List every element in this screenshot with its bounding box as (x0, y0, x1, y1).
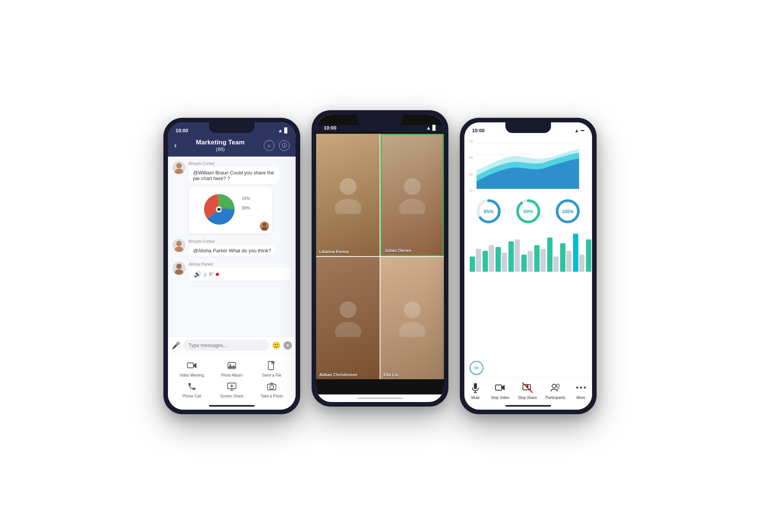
msg-sender-2: Khushi Cortez (188, 239, 291, 244)
svg-point-11 (175, 247, 183, 252)
video-meeting-icon (186, 359, 198, 372)
svg-marker-15 (194, 363, 196, 368)
status-icons-3: ▲ (574, 128, 584, 133)
y-label-70: 70 (469, 139, 473, 143)
svg-point-9 (261, 227, 268, 231)
wifi-icon: ▲ (278, 128, 283, 133)
chart-y-labels: 70 50 30 10 (469, 139, 473, 193)
bar-gray-3 (502, 253, 507, 272)
bar-green-4 (508, 241, 514, 272)
area-chart: 70 50 30 10 (469, 139, 587, 193)
battery-icon-2: ▊ (432, 125, 436, 131)
phone-video: 10:00 ▲ ▊ Liliann (312, 110, 448, 407)
svg-text:89%: 89% (523, 209, 533, 214)
svg-point-59 (584, 387, 586, 389)
search-button[interactable]: ⌕ (264, 140, 274, 151)
video-tile-3: Abbas Christensen (316, 257, 380, 379)
home-indicator (168, 402, 296, 410)
edit-fab[interactable]: ✏ (470, 361, 483, 375)
bar-gray-6 (540, 249, 546, 272)
toolbar-photo-album[interactable]: Photo Album (217, 359, 247, 377)
video-bg-2 (382, 135, 443, 255)
toolbar-take-photo[interactable]: Take a Photo (256, 380, 287, 398)
toolbar-send-file[interactable]: Send a File (256, 359, 287, 377)
status-time-3: 10:00 (472, 128, 484, 133)
battery-icon: ▊ (284, 128, 288, 133)
svg-rect-50 (496, 385, 502, 390)
chat-toolbar: Video Meeting Photo Album Send a File (168, 354, 296, 402)
chat-title: Marketing Team (88) (177, 139, 264, 152)
status-time-2: 10:00 (324, 125, 336, 131)
msg-content-1: Khushi Cortez @William Braun Could you s… (188, 161, 291, 234)
mute-icon (469, 381, 482, 394)
message-input[interactable] (183, 340, 269, 351)
participants-button[interactable]: Participants (546, 381, 565, 400)
bar-gray-7 (553, 256, 559, 272)
svg-point-10 (176, 241, 182, 246)
more-button[interactable]: More (574, 381, 588, 400)
person-silhouette-3 (333, 299, 363, 337)
stop-share-label: Stop Share (518, 396, 537, 400)
recording-dot (216, 273, 219, 276)
close-icon[interactable]: × (283, 341, 292, 350)
msg-sender-1: Khushi Cortez (188, 161, 291, 166)
svg-point-12 (176, 264, 182, 269)
bar-green-1 (470, 256, 475, 272)
toolbar-phone-call[interactable]: Phone Call (177, 380, 207, 398)
video-tile-4: Ella Liu (380, 257, 444, 379)
bar-gray-8 (566, 251, 572, 272)
person-silhouette-1 (333, 176, 363, 214)
chat-name: Marketing Team (177, 139, 264, 146)
video-bg-4 (380, 257, 444, 379)
photo-album-label: Photo Album (221, 373, 243, 377)
phone-analytics: 10:00 ▲ 70 50 30 10 (460, 118, 597, 414)
bar-teal-9 (573, 234, 578, 272)
info-button[interactable]: ⓘ (279, 140, 290, 151)
phone-call-icon (186, 380, 198, 393)
msg-bubble-1: @William Braun Could you share the pie c… (188, 167, 280, 184)
stop-video-icon (493, 381, 507, 394)
mute-button[interactable]: Mute (469, 381, 482, 400)
msg-content-3: Alisha Parker 🔊 )) 8" (188, 262, 291, 281)
stop-video-button[interactable]: Stop Video (491, 381, 510, 400)
stop-video-label: Stop Video (491, 396, 510, 400)
toolbar-row-1: Video Meeting Photo Album Send a File (168, 358, 296, 379)
toolbar-row-2: Phone Call Screen Share Take a Photo (168, 379, 296, 400)
video-name-2: Julian Obrien (385, 248, 411, 253)
svg-text:55%: 55% (221, 207, 230, 212)
stop-share-button[interactable]: Stop Share (518, 381, 537, 400)
video-name-3: Abbas Christensen (319, 372, 357, 377)
analytics-body: 70 50 30 10 (464, 135, 592, 377)
svg-point-31 (340, 301, 356, 318)
donut-row: 65% 89% 1 (469, 198, 587, 225)
bar-group-4 (508, 239, 520, 272)
video-bottom (316, 379, 444, 394)
donut-svg-3: 100% (554, 198, 581, 225)
svg-point-30 (399, 199, 426, 214)
mic-icon[interactable]: 🎤 (172, 341, 180, 350)
more-icon (574, 381, 588, 394)
audio-icon: 🔊 (194, 271, 201, 278)
wifi-icon-3: ▲ (574, 128, 579, 133)
bar-green-7 (547, 238, 553, 272)
y-label-50: 50 (469, 156, 473, 160)
status-bar-2: 10:00 ▲ ▊ (316, 125, 444, 132)
toolbar-video-meeting[interactable]: Video Meeting (177, 359, 207, 377)
bar-chart-section: ✏ (469, 230, 587, 373)
chat-input-area: 🎤 🙂 × (168, 336, 296, 354)
pie-chart-svg: 15% 30% 55% (192, 190, 261, 228)
svg-point-57 (576, 387, 578, 389)
chat-header-icons: ⌕ ⓘ (264, 140, 290, 151)
donut-3: 100% (554, 198, 581, 225)
bar-green-2 (483, 251, 488, 272)
audio-duration: 8" (209, 271, 214, 277)
phone-chat: 10:00 ▲ ▊ ‹ Marketing Team (88) ⌕ ⓘ (163, 118, 300, 414)
toolbar-screen-share[interactable]: Screen Share (217, 380, 247, 398)
video-name-4: Ella Liu (383, 372, 398, 377)
msg-sender-3: Alisha Parker (188, 262, 291, 266)
back-button[interactable]: ‹ (174, 141, 177, 150)
video-tile-1: Lilianna Kenny (316, 134, 380, 256)
emoji-icon[interactable]: 🙂 (272, 341, 280, 350)
svg-point-8 (263, 223, 266, 226)
notch (209, 122, 255, 133)
